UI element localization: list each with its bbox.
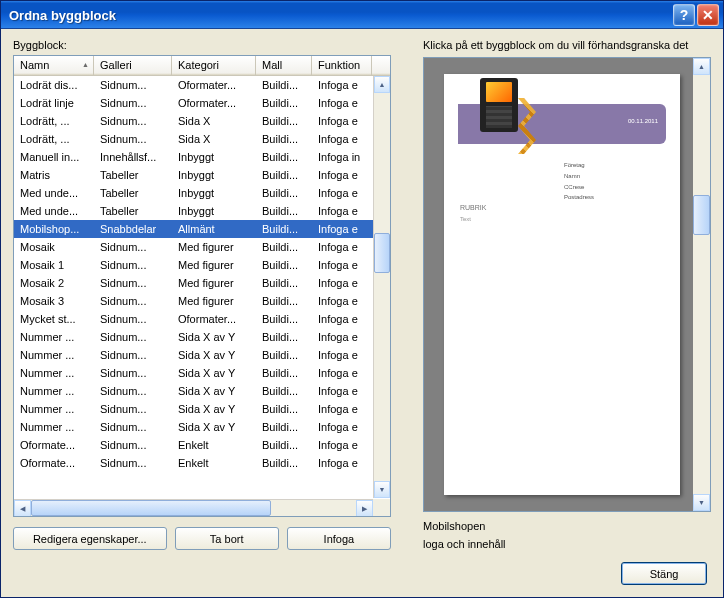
- table-cell: Buildi...: [256, 95, 312, 111]
- table-row[interactable]: Manuell in...Innehållsf...InbyggtBuildi.…: [14, 148, 390, 166]
- scroll-thumb[interactable]: [374, 233, 390, 273]
- scroll-up-icon[interactable]: ▲: [374, 76, 390, 93]
- close-icon[interactable]: ✕: [697, 4, 719, 26]
- col-mall[interactable]: Mall: [256, 56, 312, 75]
- table-cell: Oformater...: [172, 311, 256, 327]
- table-cell: Sidnum...: [94, 311, 172, 327]
- table-row[interactable]: Oformate...Sidnum...EnkeltBuildi...Infog…: [14, 454, 390, 472]
- table-cell: Infoga e: [312, 437, 372, 453]
- table-cell: Buildi...: [256, 311, 312, 327]
- preview-scrollbar[interactable]: ▲ ▼: [693, 58, 710, 511]
- meta-line: Namn: [564, 171, 594, 182]
- scroll-track[interactable]: [693, 75, 710, 494]
- table-row[interactable]: MatrisTabellerInbyggtBuildi...Infoga e: [14, 166, 390, 184]
- table-cell: Sidnum...: [94, 329, 172, 345]
- table-cell: Mobilshop...: [14, 221, 94, 237]
- table-cell: Mosaik 2: [14, 275, 94, 291]
- table-row[interactable]: Mycket st...Sidnum...Oformater...Buildi.…: [14, 310, 390, 328]
- table-cell: Mosaik 1: [14, 257, 94, 273]
- scroll-up-icon[interactable]: ▲: [693, 58, 710, 75]
- preview-meta: Företag Namn CCrese Postadress: [564, 160, 594, 203]
- table-cell: Buildi...: [256, 203, 312, 219]
- table-row[interactable]: Nummer ...Sidnum...Sida X av YBuildi...I…: [14, 400, 390, 418]
- table-cell: Oformater...: [172, 77, 256, 93]
- hscroll-track[interactable]: [31, 500, 356, 516]
- horizontal-scrollbar[interactable]: ◀ ▶: [14, 499, 373, 516]
- close-button[interactable]: Stäng: [621, 562, 707, 585]
- table-cell: Sida X av Y: [172, 329, 256, 345]
- table-cell: Sidnum...: [94, 347, 172, 363]
- table-row[interactable]: MosaikSidnum...Med figurerBuildi...Infog…: [14, 238, 390, 256]
- table-cell: Sidnum...: [94, 455, 172, 471]
- scroll-left-icon[interactable]: ◀: [14, 500, 31, 517]
- hscroll-thumb[interactable]: [31, 500, 271, 516]
- table-cell: Tabeller: [94, 203, 172, 219]
- edit-properties-button[interactable]: Redigera egenskaper...: [13, 527, 167, 550]
- table-cell: Sidnum...: [94, 293, 172, 309]
- table-cell: Sida X av Y: [172, 347, 256, 363]
- preview-box: 00.11.2011 Företag Namn CCrese Postadres…: [423, 57, 711, 512]
- table-row[interactable]: Nummer ...Sidnum...Sida X av YBuildi...I…: [14, 418, 390, 436]
- table-cell: Sidnum...: [94, 383, 172, 399]
- help-button[interactable]: ?: [673, 4, 695, 26]
- scroll-down-icon[interactable]: ▼: [374, 481, 390, 498]
- table-cell: Inbyggt: [172, 167, 256, 183]
- table-row[interactable]: Nummer ...Sidnum...Sida X av YBuildi...I…: [14, 364, 390, 382]
- insert-button[interactable]: Infoga: [287, 527, 391, 550]
- table-row[interactable]: Nummer ...Sidnum...Sida X av YBuildi...I…: [14, 382, 390, 400]
- table-cell: Buildi...: [256, 437, 312, 453]
- table-cell: Med figurer: [172, 275, 256, 291]
- preview-page: 00.11.2011 Företag Namn CCrese Postadres…: [444, 74, 680, 495]
- col-namn[interactable]: Namn: [14, 56, 94, 75]
- list-label: Byggblock:: [13, 39, 391, 51]
- table-row[interactable]: Lodrätt, ...Sidnum...Sida XBuildi...Info…: [14, 130, 390, 148]
- table-cell: Tabeller: [94, 167, 172, 183]
- scroll-right-icon[interactable]: ▶: [356, 500, 373, 517]
- table-cell: Buildi...: [256, 383, 312, 399]
- table-cell: Mosaik 3: [14, 293, 94, 309]
- preview-text: Text: [460, 216, 471, 222]
- table-row[interactable]: Lodrät linjeSidnum...Oformater...Buildi.…: [14, 94, 390, 112]
- col-funktion[interactable]: Funktion: [312, 56, 372, 75]
- table-cell: Infoga e: [312, 221, 372, 237]
- table-row[interactable]: Nummer ...Sidnum...Sida X av YBuildi...I…: [14, 346, 390, 364]
- table-row[interactable]: Lodrät dis...Sidnum...Oformater...Buildi…: [14, 76, 390, 94]
- building-blocks-table: Namn Galleri Kategori Mall Funktion Lodr…: [13, 55, 391, 517]
- table-cell: Sida X: [172, 113, 256, 129]
- delete-button[interactable]: Ta bort: [175, 527, 279, 550]
- table-cell: Infoga e: [312, 95, 372, 111]
- table-row[interactable]: Med unde...TabellerInbyggtBuildi...Infog…: [14, 202, 390, 220]
- table-row[interactable]: Mobilshop...SnabbdelarAllmäntBuildi...In…: [14, 220, 390, 238]
- scroll-thumb[interactable]: [693, 195, 710, 235]
- table-row[interactable]: Mosaik 1Sidnum...Med figurerBuildi...Inf…: [14, 256, 390, 274]
- col-galleri[interactable]: Galleri: [94, 56, 172, 75]
- table-row[interactable]: Mosaik 2Sidnum...Med figurerBuildi...Inf…: [14, 274, 390, 292]
- scroll-down-icon[interactable]: ▼: [693, 494, 710, 511]
- col-kategori[interactable]: Kategori: [172, 56, 256, 75]
- table-cell: Nummer ...: [14, 419, 94, 435]
- table-cell: Infoga e: [312, 311, 372, 327]
- table-row[interactable]: Mosaik 3Sidnum...Med figurerBuildi...Inf…: [14, 292, 390, 310]
- table-cell: Inbyggt: [172, 185, 256, 201]
- vertical-scrollbar[interactable]: ▲ ▼: [373, 76, 390, 498]
- table-cell: Med figurer: [172, 293, 256, 309]
- table-cell: Tabeller: [94, 185, 172, 201]
- table-cell: Buildi...: [256, 149, 312, 165]
- table-cell: Sida X av Y: [172, 419, 256, 435]
- table-cell: Innehållsf...: [94, 149, 172, 165]
- table-row[interactable]: Nummer ...Sidnum...Sida X av YBuildi...I…: [14, 328, 390, 346]
- scroll-track[interactable]: [374, 93, 390, 481]
- table-cell: Nummer ...: [14, 401, 94, 417]
- table-row[interactable]: Lodrätt, ...Sidnum...Sida XBuildi...Info…: [14, 112, 390, 130]
- table-cell: Sidnum...: [94, 77, 172, 93]
- table-cell: Buildi...: [256, 347, 312, 363]
- table-cell: Buildi...: [256, 131, 312, 147]
- table-cell: Nummer ...: [14, 365, 94, 381]
- table-cell: Enkelt: [172, 455, 256, 471]
- table-row[interactable]: Med unde...TabellerInbyggtBuildi...Infog…: [14, 184, 390, 202]
- table-cell: Snabbdelar: [94, 221, 172, 237]
- table-cell: Infoga e: [312, 365, 372, 381]
- table-row[interactable]: Oformate...Sidnum...EnkeltBuildi...Infog…: [14, 436, 390, 454]
- table-cell: Buildi...: [256, 329, 312, 345]
- table-cell: Nummer ...: [14, 329, 94, 345]
